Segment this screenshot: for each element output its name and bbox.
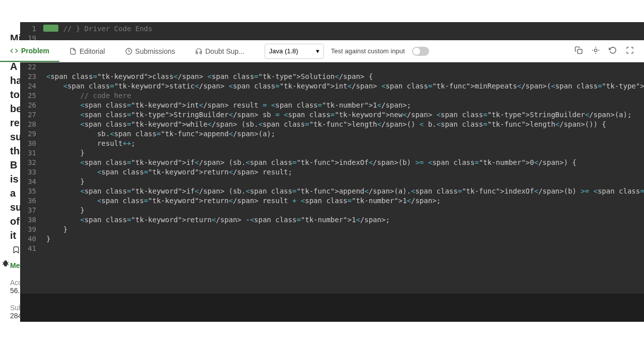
line-gutter: 1192021222324252627282930313233343536373…	[20, 22, 40, 294]
svg-point-2	[594, 49, 597, 51]
chevron-down-icon: ▾	[316, 47, 319, 55]
clock-icon	[125, 48, 132, 55]
problem-title-text: Minimum times A has to be repeated such …	[10, 33, 20, 241]
editor-right-icons	[575, 46, 644, 56]
code-editor[interactable]: 1192021222324252627282930313233343536373…	[20, 22, 644, 294]
tab-doubt-label: Doubt Sup...	[205, 47, 245, 55]
editor-controls: Java (1.8) ▾ Test against custom input	[265, 44, 575, 59]
tab-editorial-label: Editorial	[79, 47, 105, 55]
tab-problem[interactable]: Problem	[0, 40, 59, 62]
submissions-count: Submissions: 2847	[10, 304, 20, 320]
accuracy: Accuracy: 56.85%	[10, 279, 20, 295]
svg-rect-1	[578, 49, 582, 54]
problem-panel: Minimum times A has to be repeated such …	[0, 22, 20, 322]
tab-problem-label: Problem	[21, 47, 49, 55]
custom-input-toggle[interactable]	[412, 47, 429, 56]
copy-icon[interactable]	[575, 46, 583, 56]
document-icon	[69, 48, 76, 55]
tab-submissions-label: Submissions	[135, 47, 175, 55]
tab-doubt[interactable]: Doubt Sup...	[185, 40, 255, 62]
action-bar: Compile & Run Submit	[20, 294, 644, 322]
code-icon	[10, 47, 18, 55]
bug-icon[interactable]	[1, 257, 10, 272]
language-select[interactable]: Java (1.8) ▾	[265, 44, 324, 59]
bookmark-icon[interactable]	[12, 243, 20, 257]
content: Minimum times A has to be repeated such …	[0, 22, 644, 322]
tab-submissions[interactable]: Submissions	[115, 40, 185, 62]
top-bar: Problem Editorial Submissions Doubt Sup.…	[0, 40, 644, 62]
tabs: Problem Editorial Submissions Doubt Sup.…	[0, 40, 255, 62]
custom-input-label: Test against custom input	[331, 47, 405, 55]
difficulty-badge: Medium	[10, 261, 20, 269]
code-lines[interactable]: // } Driver Code Ends //User function Te…	[40, 22, 644, 294]
fullscreen-icon[interactable]	[626, 46, 634, 56]
editor-panel: 1192021222324252627282930313233343536373…	[20, 22, 644, 322]
reset-icon[interactable]	[609, 46, 617, 56]
theme-icon[interactable]	[592, 46, 600, 56]
language-select-value: Java (1.8)	[269, 47, 298, 55]
headset-icon	[195, 48, 202, 55]
tab-editorial[interactable]: Editorial	[59, 40, 115, 62]
